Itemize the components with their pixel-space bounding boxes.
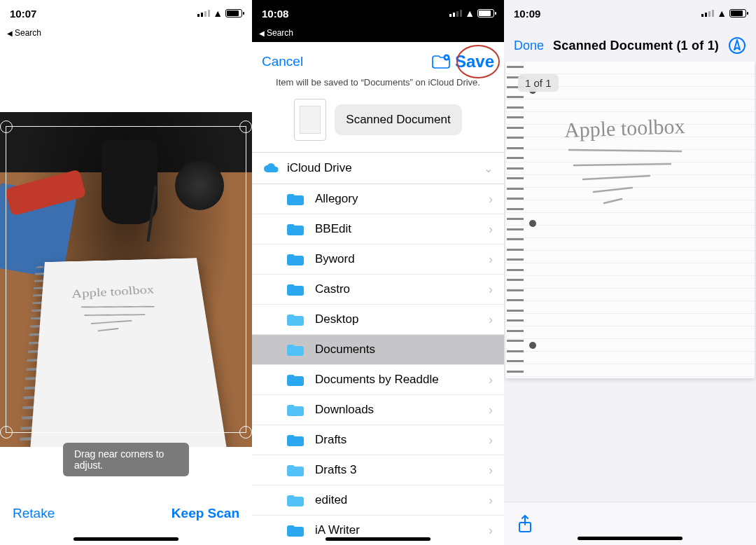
back-to-search[interactable]: ◀ Search	[0, 27, 252, 42]
chevron-right-icon: ›	[489, 463, 493, 478]
folder-icon	[286, 372, 305, 387]
document-thumbnail[interactable]	[294, 99, 326, 141]
home-indicator[interactable]	[74, 537, 178, 541]
folder-list[interactable]: Allegory › BBEdit › Byword › Castro › De…	[252, 184, 504, 545]
folder-item[interactable]: BBEdit ›	[252, 214, 504, 244]
folder-label: Documents	[315, 343, 479, 357]
chevron-right-icon: ›	[489, 493, 493, 508]
folder-label: Castro	[315, 282, 479, 296]
folder-icon	[286, 312, 305, 327]
status-bar: 10:09 ▲	[504, 0, 756, 27]
folder-item[interactable]: Downloads ›	[252, 395, 504, 425]
new-folder-icon[interactable]	[431, 54, 451, 69]
folder-icon	[286, 492, 305, 508]
share-button[interactable]	[517, 514, 533, 534]
folder-item[interactable]: edited ›	[252, 485, 504, 516]
folder-icon	[286, 342, 305, 357]
folder-label: edited	[315, 493, 479, 507]
cloud-icon	[263, 163, 279, 174]
page-count-badge: 1 of 1	[518, 74, 559, 92]
folder-item[interactable]: Drafts ›	[252, 425, 504, 455]
folder-item[interactable]: Castro ›	[252, 275, 504, 305]
battery-icon	[477, 9, 494, 18]
status-bar: 10:08 ▲	[252, 0, 504, 27]
spiral-binding	[507, 66, 524, 374]
phone-crop-screen: 10:07 ▲ ◀ Search Apple toolbox	[0, 0, 252, 545]
folder-label: Byword	[315, 252, 479, 266]
crop-stage[interactable]: Apple toolbox	[0, 112, 252, 447]
folder-label: BBEdit	[315, 222, 479, 236]
save-hint: Item will be saved to “Documents” on iCl…	[252, 77, 504, 95]
drive-label: iCloud Drive	[287, 161, 352, 175]
document-name-field[interactable]: Scanned Document	[335, 104, 461, 135]
chevron-right-icon: ›	[489, 282, 493, 297]
cellular-icon	[449, 10, 462, 17]
crop-handle-tr[interactable]	[239, 120, 252, 133]
status-bar: 10:07 ▲	[0, 0, 252, 27]
chevron-right-icon: ›	[489, 433, 493, 448]
cellular-icon	[701, 10, 714, 17]
wifi-icon: ▲	[213, 8, 223, 19]
status-indicators: ▲	[449, 8, 494, 19]
folder-label: Allegory	[315, 192, 479, 206]
chevron-right-icon: ›	[489, 373, 493, 387]
folder-icon	[286, 251, 305, 267]
retake-button[interactable]: Retake	[13, 506, 55, 521]
folder-label: Drafts	[315, 433, 479, 447]
crop-hint: Drag near corners to adjust.	[63, 443, 189, 476]
document-preview[interactable]: Apple toolbox 1 of 1	[504, 62, 756, 391]
save-button[interactable]: Save	[455, 52, 494, 71]
folder-item[interactable]: Documents by Readdle ›	[252, 365, 504, 395]
home-indicator[interactable]	[578, 537, 682, 540]
chevron-right-icon: ›	[489, 192, 493, 207]
chevron-right-icon: ›	[489, 252, 493, 267]
markup-icon[interactable]	[728, 36, 746, 55]
crop-handle-br[interactable]	[239, 426, 252, 439]
chevron-down-icon: ⌄	[484, 162, 493, 175]
page-title: Scanned Document (1 of 1)	[553, 39, 719, 53]
cellular-icon	[197, 10, 210, 17]
keep-scan-button[interactable]: Keep Scan	[172, 506, 239, 521]
phone-save-screen: 10:08 ▲ ◀ Search Cancel Save Item will b…	[252, 0, 504, 545]
chevron-right-icon: ›	[489, 403, 493, 418]
battery-icon	[225, 9, 242, 18]
folder-item[interactable]: Drafts 3 ›	[252, 455, 504, 485]
folder-label: Documents by Readdle	[315, 373, 479, 387]
chevron-right-icon: ›	[489, 222, 493, 237]
folder-item[interactable]: Byword ›	[252, 244, 504, 275]
back-to-search[interactable]: ◀ Search	[252, 27, 504, 42]
folder-icon	[286, 191, 305, 207]
folder-label: iA Writer	[315, 523, 479, 537]
folder-item[interactable]: Desktop ›	[252, 305, 504, 335]
folder-icon	[286, 282, 305, 297]
chevron-right-icon: ›	[489, 343, 493, 357]
status-time: 10:09	[514, 8, 540, 20]
back-label: Search	[267, 28, 293, 38]
phone-preview-screen: 10:09 ▲ Done Scanned Document (1 of 1) A…	[504, 0, 756, 545]
folder-item[interactable]: Documents ›	[252, 335, 504, 365]
icloud-drive-row[interactable]: iCloud Drive ⌄	[252, 153, 504, 184]
home-indicator[interactable]	[326, 537, 430, 541]
folder-icon	[286, 221, 305, 237]
scribble-icon	[566, 144, 685, 214]
scanned-page: Apple toolbox	[505, 62, 755, 378]
folder-icon	[286, 462, 305, 478]
crop-handle-tl[interactable]	[0, 120, 13, 133]
chevron-right-icon: ›	[489, 312, 493, 327]
back-chevron-icon: ◀	[7, 29, 13, 37]
cancel-button[interactable]: Cancel	[262, 54, 303, 69]
status-indicators: ▲	[197, 8, 242, 19]
crop-rectangle[interactable]	[6, 126, 246, 433]
folder-label: Drafts 3	[315, 463, 479, 477]
folder-icon	[286, 523, 305, 538]
folder-icon	[286, 432, 305, 448]
status-time: 10:07	[10, 8, 36, 20]
done-button[interactable]: Done	[514, 39, 544, 53]
folder-icon	[286, 402, 305, 418]
folder-item[interactable]: Allegory ›	[252, 184, 504, 214]
crop-handle-bl[interactable]	[0, 426, 13, 439]
chevron-right-icon: ›	[489, 523, 493, 538]
handwritten-text: Apple toolbox	[564, 114, 685, 142]
status-time: 10:08	[262, 8, 288, 20]
back-label: Search	[15, 28, 41, 38]
